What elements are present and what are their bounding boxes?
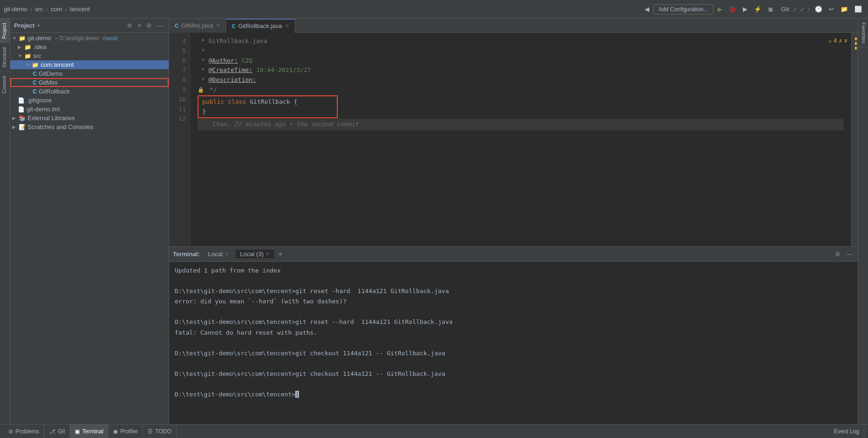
brace-close: } — [202, 107, 206, 117]
run-btn[interactable]: ▶ — [715, 4, 725, 14]
problems-icon: ⊘ — [8, 428, 13, 435]
tree-extlibs-label: External Libraries — [28, 115, 75, 122]
breadcrumb-tencent[interactable]: tencent — [70, 6, 90, 13]
terminal-settings-btn[interactable]: ⚙ — [833, 250, 842, 258]
code-area[interactable]: ⚠ 4 ∧ ∨ * GitRollback.java * * @Author: … — [190, 33, 851, 246]
terminal-tab-local[interactable]: Local ✕ — [204, 250, 234, 258]
terminal-tab-local3[interactable]: Local (3) ✕ — [235, 250, 275, 258]
stop-btn[interactable]: ◼ — [766, 4, 776, 14]
sidebar-tab-project[interactable]: Project — [0, 19, 10, 43]
git-blame-text: Chan, 27 minutes ago • the second commit — [198, 120, 358, 129]
code-content-6-star: * — [198, 56, 208, 66]
chevron-down-icon[interactable]: ∨ — [844, 36, 847, 45]
git-push-icon: ↑ — [807, 6, 811, 13]
tab-close-gitmini[interactable]: ✕ — [216, 22, 220, 29]
terminal-cursor: | — [295, 391, 299, 398]
status-terminal[interactable]: ▣ Terminal — [70, 424, 108, 438]
status-todo[interactable]: ☰ TODO — [143, 424, 176, 438]
tree-item-scratches[interactable]: ▶ 📝 Scratches and Consoles — [10, 122, 169, 131]
add-configuration-button[interactable]: Add Configuration... — [654, 4, 713, 14]
terminal-tab-local3-close[interactable]: ✕ — [265, 251, 270, 257]
status-git[interactable]: ⎇ Git — [44, 424, 70, 438]
tree-item-gitmini[interactable]: C GitMini — [10, 78, 169, 87]
status-problems[interactable]: ⊘ Problems — [4, 424, 44, 438]
git-check-icon: ✓ — [792, 6, 798, 13]
lock-icon: 🔒 — [198, 86, 204, 94]
breadcrumb-git-demo[interactable]: git-demo — [4, 6, 28, 13]
sidebar-tab-structure[interactable]: Structure — [0, 43, 10, 72]
folder-icon-comtencent: 📁 — [32, 62, 39, 68]
terminal-minimize-btn[interactable]: — — [844, 250, 854, 258]
tab-gitrollbackjava[interactable]: C GitRollback.java ✕ — [226, 19, 295, 33]
tree-item-git-demo-iml[interactable]: 📄 git-demo.iml — [10, 105, 169, 114]
chevron-up-icon[interactable]: ∧ — [839, 36, 842, 45]
tree-item-gitrollback[interactable]: C GitRollback — [10, 87, 169, 96]
tree-gitdemo-label: GitDemo — [39, 70, 63, 77]
git-rollback-btn[interactable]: ↩ — [826, 4, 836, 14]
expand-idea-icon: ▶ — [18, 44, 22, 50]
classname-gitrollback: GitRollback — [250, 97, 294, 107]
tree-root[interactable]: ▼ 📁 git-demo – D:\test\git-demo maste — [10, 34, 169, 43]
tree-item-idea[interactable]: ▶ 📁 .idea — [10, 43, 169, 51]
main-layout: Project Structure Commit Project ▾ ⊕ ≡ ⚙… — [0, 19, 868, 424]
terminal-line-3: error: did you mean `--hard` (with two d… — [175, 296, 852, 307]
sidebar-tab-commit[interactable]: Commit — [0, 72, 10, 97]
tree-item-external-libs[interactable]: ▶ 📚 External Libraries — [10, 114, 169, 122]
tree-item-com-tencent[interactable]: ▼ 📁 com.tencent — [10, 60, 169, 69]
tab-icon-gitrollback: C — [232, 23, 235, 29]
code-line-8: * @Description: — [198, 75, 844, 85]
back-arrow-btn[interactable]: ◀ — [642, 4, 652, 14]
editor-scrollbar[interactable] — [851, 33, 858, 246]
tab-close-gitrollback[interactable]: ✕ — [285, 23, 289, 29]
profile-btn[interactable]: ⚡ — [752, 4, 764, 14]
tree-item-src[interactable]: ▼ 📁 src — [10, 51, 169, 60]
tree-root-path: – D:\test\git-demo — [55, 35, 100, 42]
status-problems-label: Problems — [15, 428, 39, 435]
folder-icon-extlibs: 📚 — [19, 115, 26, 122]
git-label: Git: — [781, 6, 790, 13]
status-profiler-label: Profiler — [120, 428, 138, 435]
terminal-content[interactable]: Updated 1 path from the index D:\test\gi… — [169, 262, 858, 424]
breadcrumb-sep-1: › — [30, 6, 32, 13]
terminal-tab-local-close[interactable]: ✕ — [225, 251, 229, 257]
panel-locate-btn[interactable]: ⊕ — [125, 21, 134, 30]
terminal-label: Terminal: — [173, 251, 200, 258]
tree-iml-label: git-demo.iml — [27, 106, 60, 113]
panel-collapse-btn[interactable]: ≡ — [135, 21, 143, 30]
scrollbar-warning-1 — [855, 37, 857, 40]
tab-gitminijava[interactable]: C GitMini.java ✕ — [169, 19, 226, 33]
terminal-tab-local3-label: Local (3) — [240, 251, 264, 258]
scrollbar-warning-3 — [855, 47, 857, 50]
code-line-5: * — [198, 46, 844, 56]
breadcrumb-src[interactable]: src — [35, 6, 43, 13]
tree-src-label: src — [33, 52, 41, 59]
terminal-line-blank-4 — [175, 359, 852, 369]
toolbar-right: ◀ Add Configuration... ▶ 🐞 ▶ ⚡ ◼ Git: ✓ … — [642, 4, 864, 14]
profiler-icon: ◉ — [113, 428, 118, 435]
panel-settings-btn[interactable]: ⚙ — [144, 21, 154, 30]
git-history-btn[interactable]: 🕐 — [812, 4, 825, 14]
panel-minimize-btn[interactable]: — — [155, 21, 165, 30]
file-icon-iml: 📄 — [18, 106, 25, 113]
run-with-coverage-btn[interactable]: ▶ — [740, 4, 750, 14]
tree-item-gitdemo[interactable]: C GitDemo — [10, 69, 169, 78]
expand-comtencent-icon: ▼ — [25, 62, 30, 67]
debug-btn[interactable]: 🐞 — [726, 4, 739, 14]
vcs-window-btn[interactable]: 📁 — [838, 4, 850, 14]
panel-title: Project — [14, 22, 35, 29]
right-tab-favorites[interactable]: Favorites — [858, 19, 868, 48]
tree-comtencent-label: com.tencent — [41, 61, 74, 68]
panel-dropdown-icon[interactable]: ▾ — [37, 23, 40, 28]
status-event-log[interactable]: Event Log — [829, 424, 864, 438]
panel-actions: ⊕ ≡ ⚙ — — [125, 21, 165, 30]
status-profiler[interactable]: ◉ Profiler — [108, 424, 143, 438]
expand-extlibs-icon: ▶ — [12, 115, 17, 121]
breadcrumb-com[interactable]: com — [51, 6, 63, 13]
warning-gutter: ⚠ 4 ∧ ∨ — [828, 36, 847, 45]
terminal-add-tab-button[interactable]: + — [276, 250, 284, 258]
project-panel: Project ▾ ⊕ ≡ ⚙ — ▼ 📁 git-demo – D:\test… — [10, 19, 169, 424]
tree-item-gitignore[interactable]: 📄 .gitignore — [10, 96, 169, 105]
file-icon-gitignore: 📄 — [18, 97, 25, 104]
maximize-btn[interactable]: ⬜ — [852, 4, 864, 14]
terminal-line-prompt: D:\test\git-demo\src\com\tencent>| — [175, 389, 852, 400]
